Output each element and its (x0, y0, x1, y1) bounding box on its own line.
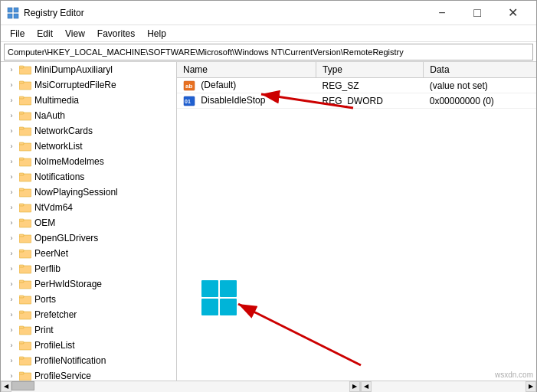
menu-favorites[interactable]: Favorites (91, 27, 141, 41)
expand-icon: › (7, 188, 16, 197)
expand-icon: › (7, 142, 16, 151)
tree-item-label: NowPlayingSessionl (34, 187, 118, 198)
svg-rect-41 (19, 341, 24, 344)
tree-item-minidump[interactable]: › MiniDumpAuxiliaryl (1, 62, 176, 77)
expand-icon: › (7, 310, 16, 319)
tree-item-networkcards[interactable]: › NetworkCards (1, 123, 176, 139)
svg-rect-15 (19, 142, 24, 145)
folder-icon (19, 141, 31, 152)
cell-data: (value not set) (424, 78, 536, 93)
svg-rect-33 (19, 280, 24, 283)
detail-table: Name Type Data ab (177, 62, 536, 109)
tree-item-print[interactable]: › Print (1, 322, 176, 338)
tree-item-ports[interactable]: › Ports (1, 292, 176, 307)
svg-rect-39 (19, 326, 24, 328)
folder-icon (19, 95, 31, 106)
folder-icon (19, 325, 31, 335)
windows-logo-area (200, 279, 238, 319)
tree-item-naauth[interactable]: › NaAuth (1, 108, 176, 123)
cell-type: REG_SZ (316, 78, 424, 93)
tree-item-opengldrivers[interactable]: › OpenGLDrivers (1, 230, 176, 246)
detail-scrollbar-bottom: ◀ ▶ (360, 381, 536, 392)
folder-icon (19, 217, 31, 228)
address-input[interactable] (4, 44, 533, 60)
tree-item-profilelist[interactable]: › ProfileList (1, 338, 176, 353)
folder-icon (19, 294, 31, 305)
tree-item-notifications[interactable]: › Notifications (1, 169, 176, 185)
tree-item-msicorrupted[interactable]: › MsiCorruptedFileRe (1, 77, 176, 93)
svg-rect-13 (19, 127, 24, 129)
maximize-button[interactable]: □ (460, 1, 495, 25)
detail-scroll-track[interactable] (372, 381, 526, 392)
svg-rect-35 (19, 296, 24, 298)
close-button[interactable]: ✕ (495, 1, 530, 25)
folder-icon (19, 80, 31, 90)
tree-item-profileservice[interactable]: › ProfileService (1, 368, 176, 381)
expand-icon: › (7, 65, 16, 74)
column-type[interactable]: Type (316, 62, 424, 78)
folder-icon (19, 371, 31, 381)
tree-item-perhwid[interactable]: › PerHwIdStorage (1, 276, 176, 292)
column-data[interactable]: Data (424, 62, 536, 78)
expand-icon: › (7, 264, 16, 273)
menu-file[interactable]: File (4, 27, 31, 41)
registry-editor-icon (7, 7, 19, 19)
expand-icon: › (7, 126, 16, 136)
table-row[interactable]: ab (Default) REG_SZ (value not set) (177, 78, 536, 93)
tree-item-noimemodel[interactable]: › NoImeModelmes (1, 154, 176, 169)
tree-item-networklist[interactable]: › NetworkList (1, 139, 176, 154)
tree-item-nowplaying[interactable]: › NowPlayingSessionl (1, 185, 176, 200)
menu-edit[interactable]: Edit (31, 27, 59, 41)
tree-item-multimedia[interactable]: › Multimedia (1, 93, 176, 108)
expand-icon: › (7, 157, 16, 166)
menu-view[interactable]: View (59, 27, 91, 41)
svg-rect-21 (19, 188, 24, 191)
tree-item-label: NoImeModelmes (34, 156, 104, 167)
tree-item-label: PeerNet (34, 248, 68, 259)
tree-item-label: Multimedia (34, 95, 79, 106)
detail-scroll-right[interactable]: ▶ (526, 381, 536, 392)
svg-rect-5 (19, 66, 24, 68)
svg-rect-57 (220, 280, 237, 297)
expand-icon: › (7, 80, 16, 90)
svg-rect-23 (19, 204, 24, 206)
scroll-right-button[interactable]: ▶ (349, 381, 360, 392)
annotation-arrows (177, 62, 536, 381)
svg-rect-37 (19, 311, 24, 313)
tree-item-prefetcher[interactable]: › Prefetcher (1, 307, 176, 322)
tree-item-label: Print (34, 325, 54, 335)
svg-rect-11 (19, 112, 24, 114)
title-bar: Registry Editor − □ ✕ (1, 1, 536, 25)
tree-item-label: OpenGLDrivers (34, 233, 98, 243)
window-title: Registry Editor (24, 8, 424, 18)
tree-item-profilenotif[interactable]: › ProfileNotification (1, 353, 176, 368)
svg-rect-31 (19, 265, 24, 267)
tree-item-label: MiniDumpAuxiliaryl (34, 64, 113, 75)
tree-item-label: Perflib (34, 263, 61, 274)
expand-icon: › (7, 325, 16, 335)
tree-item-label: OEM (34, 217, 55, 228)
annotation-arrow-2 (177, 227, 384, 381)
column-name[interactable]: Name (177, 62, 316, 78)
expand-icon: › (7, 371, 16, 381)
svg-rect-27 (19, 234, 24, 237)
expand-icon: › (7, 218, 16, 227)
detail-scroll-left[interactable]: ◀ (361, 381, 372, 392)
reg-dword-icon: 01 (183, 96, 195, 106)
folder-icon (19, 110, 31, 121)
folder-icon (19, 233, 31, 243)
tree-item-peernet[interactable]: › PeerNet (1, 246, 176, 261)
svg-rect-25 (19, 219, 24, 221)
folder-icon (19, 309, 31, 320)
table-row[interactable]: 01 DisableIdleStop REG_DWORD 0x00000000 … (177, 93, 536, 109)
scroll-left-button[interactable]: ◀ (1, 381, 11, 392)
expand-icon: › (7, 279, 16, 289)
tree-item-oem[interactable]: › OEM (1, 215, 176, 230)
minimize-button[interactable]: − (424, 1, 460, 25)
tree-item-perflib[interactable]: › Perflib (1, 261, 176, 276)
menu-help[interactable]: Help (141, 27, 172, 41)
tree-panel[interactable]: › MiniDumpAuxiliaryl › MsiCor (1, 62, 177, 381)
scroll-track-left[interactable] (11, 381, 349, 392)
tree-item-ntvdm64[interactable]: › NtVdm64 (1, 200, 176, 215)
svg-rect-0 (8, 8, 12, 12)
